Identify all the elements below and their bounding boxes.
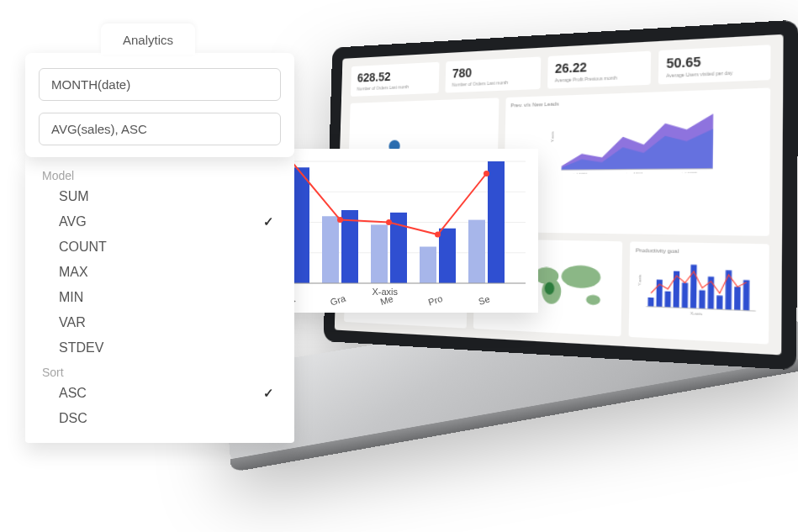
check-icon: ✓ — [263, 214, 274, 229]
measure-field[interactable]: AVG(sales), ASC — [39, 113, 281, 145]
svg-text:Pro: Pro — [427, 293, 444, 308]
svg-text:Y-axis: Y-axis — [637, 275, 642, 286]
option-label: DSC — [59, 411, 87, 426]
svg-text:Se: Se — [478, 293, 492, 307]
section-label-model: Model — [25, 164, 294, 184]
kpi-card: 628.52Number of Orders Last month — [351, 62, 440, 97]
option-model-avg[interactable]: AVG✓ — [25, 209, 294, 234]
kpi-card: 50.65Average Users visited per day — [658, 45, 771, 84]
option-label: VAR — [59, 315, 86, 330]
kpi-label: Number of Orders Last month — [357, 83, 432, 92]
measure-value: AVG(sales), ASC — [51, 122, 147, 136]
option-label: STDEV — [59, 340, 103, 356]
option-sort-dsc[interactable]: DSC — [25, 406, 294, 431]
svg-rect-20 — [647, 298, 653, 307]
kpi-value: 26.22 — [555, 57, 643, 76]
svg-rect-56 — [488, 161, 505, 283]
kpi-row: 628.52Number of Orders Last month780Numb… — [351, 45, 771, 97]
section-label-sort: Sort — [25, 361, 294, 381]
option-label: ASC — [59, 386, 87, 401]
svg-text:Gra: Gra — [329, 292, 347, 307]
option-model-var[interactable]: VAR — [25, 310, 294, 335]
svg-rect-52 — [439, 229, 456, 283]
kpi-card: 780Number of Orders Last month — [445, 56, 541, 92]
svg-rect-47 — [371, 224, 388, 283]
kpi-value: 780 — [452, 62, 534, 80]
analytics-panel: MONTH(date) AVG(sales), ASC — [25, 53, 294, 157]
kpi-card: 26.22Average Profit Previous month — [547, 51, 651, 89]
svg-text:jul 1998: jul 1998 — [680, 171, 697, 174]
svg-rect-26 — [699, 290, 705, 308]
option-model-stdev[interactable]: STDEV — [25, 335, 294, 361]
dimension-field[interactable]: MONTH(date) — [39, 68, 281, 101]
svg-point-16 — [586, 295, 600, 306]
svg-text:X-axis: X-axis — [690, 311, 702, 317]
area-chart-card: Prev. v/s New Leads Y-axis jul 1996 jan … — [503, 87, 770, 235]
option-label: MIN — [59, 290, 83, 305]
svg-rect-28 — [716, 295, 722, 309]
svg-rect-51 — [420, 247, 436, 284]
kpi-value: 628.52 — [357, 67, 433, 84]
option-label: COUNT — [59, 240, 107, 255]
tab-label: Analytics — [123, 33, 173, 47]
svg-text:jul 1996: jul 1996 — [572, 171, 588, 174]
svg-rect-22 — [664, 292, 670, 308]
dimension-value: MONTH(date) — [51, 77, 130, 92]
option-label: AVG — [59, 214, 87, 229]
svg-rect-40 — [293, 167, 309, 283]
option-model-max[interactable]: MAX — [25, 260, 294, 285]
option-label: MAX — [59, 265, 88, 280]
svg-text:X-axis: X-axis — [373, 287, 399, 297]
prod-card-title: Productivity goal — [636, 247, 763, 255]
svg-rect-31 — [743, 280, 750, 311]
svg-rect-24 — [682, 282, 688, 308]
option-model-sum[interactable]: SUM — [25, 184, 294, 209]
option-label: SUM — [59, 189, 89, 204]
kpi-value: 50.65 — [666, 51, 762, 71]
productivity-card: Productivity goal Y-axisX-axis — [629, 241, 769, 344]
dropdown-menu: Model SUMAVG✓COUNTMAXMINVARSTDEV Sort AS… — [25, 155, 294, 443]
kpi-label: Number of Orders Last month — [452, 78, 533, 87]
option-model-count[interactable]: COUNT — [25, 234, 294, 260]
svg-rect-55 — [468, 220, 485, 283]
y-axis-label: Y-axis — [549, 131, 554, 142]
svg-text:jan 1997: jan 1997 — [625, 171, 642, 175]
option-model-min[interactable]: MIN — [25, 285, 294, 310]
check-icon: ✓ — [263, 386, 274, 401]
tab-analytics[interactable]: Analytics — [101, 24, 195, 55]
svg-rect-30 — [734, 287, 741, 310]
option-sort-asc[interactable]: ASC✓ — [25, 381, 294, 406]
svg-point-15 — [561, 265, 600, 288]
svg-rect-43 — [322, 216, 339, 283]
